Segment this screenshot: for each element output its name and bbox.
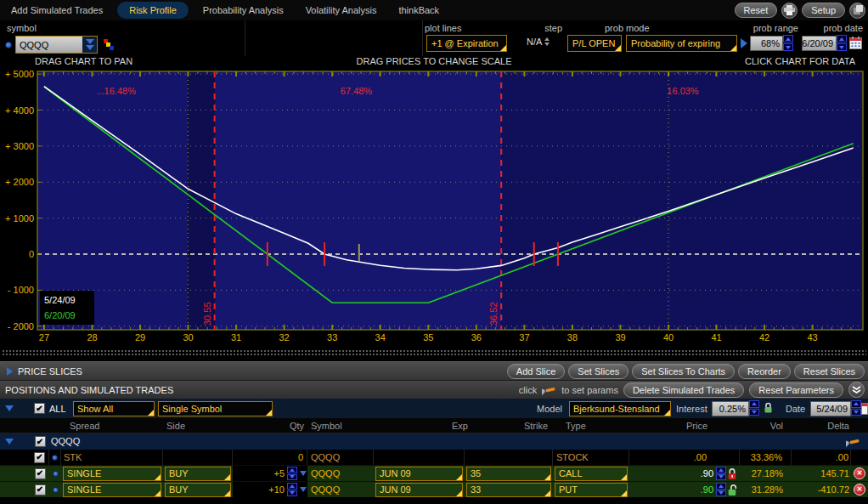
tab-probability-analysis[interactable]: Probability Analysis: [192, 2, 295, 19]
print-button[interactable]: [781, 3, 798, 19]
add-slice-button[interactable]: Add Slice: [507, 364, 565, 379]
delete-row-button[interactable]: ✕: [854, 484, 865, 496]
arrow-up-icon: [290, 484, 295, 488]
prob-range-field[interactable]: 68%: [750, 36, 783, 51]
calendar-icon[interactable]: [849, 37, 862, 49]
qty-value: 0: [298, 452, 303, 462]
risk-profile-window: Add Simulated Trades Risk Profile Probab…: [0, 0, 868, 504]
tab-volatility-analysis[interactable]: Volatility Analysis: [295, 2, 388, 19]
strike-dropdown[interactable]: 33: [466, 483, 551, 497]
interest-label: Interest: [676, 404, 707, 414]
col-strike[interactable]: Strike: [476, 421, 548, 431]
prob-region: [501, 71, 863, 330]
group-symbol: QQQQ: [51, 436, 80, 446]
col-vol[interactable]: Vol: [730, 421, 783, 431]
spread-dropdown[interactable]: SINGLE: [63, 483, 161, 497]
collapse-all-button[interactable]: [848, 382, 865, 398]
collapse-down-icon[interactable]: [5, 439, 14, 445]
exp-dropdown[interactable]: JUN 09: [375, 467, 463, 481]
col-delta[interactable]: Delta: [790, 421, 849, 431]
prob-date-field[interactable]: 6/20/09: [802, 36, 837, 51]
set-slices-button[interactable]: Set Slices: [568, 364, 628, 379]
reset-parameters-button[interactable]: Reset Parameters: [749, 382, 843, 398]
step-control[interactable]: N/A: [527, 37, 550, 47]
col-qty[interactable]: Qty: [233, 421, 304, 431]
expand-right-icon[interactable]: [7, 367, 13, 376]
qty-spinner[interactable]: [287, 483, 297, 496]
price-spinner[interactable]: [716, 483, 726, 496]
price-value[interactable]: .90: [701, 484, 713, 495]
price-value[interactable]: .90: [701, 468, 713, 479]
symbol-dropdown-button[interactable]: [82, 37, 97, 53]
row-checkbox[interactable]: ✔: [35, 484, 46, 496]
qty-spinner[interactable]: [287, 467, 297, 480]
qty-dropdown-button[interactable]: [298, 469, 307, 479]
col-spread[interactable]: Spread: [70, 421, 99, 431]
symbol-mode-dropdown[interactable]: Single Symbol: [158, 401, 273, 416]
set-slices-to-charts-button[interactable]: Set Slices To Charts: [632, 364, 735, 379]
reset-button[interactable]: Reset: [735, 3, 778, 18]
risk-profile-chart[interactable]: 30.5536.52...16.48%67.48%16.03%+ 5000+ 4…: [0, 68, 868, 344]
exp-dropdown[interactable]: JUN 09: [375, 483, 463, 497]
prob-mode-dropdown[interactable]: Probability of expiring: [626, 35, 737, 52]
col-exp[interactable]: Exp: [391, 421, 468, 431]
reorder-button[interactable]: Reorder: [738, 364, 791, 379]
calendar-icon[interactable]: [861, 402, 868, 415]
date-field[interactable]: 5/24/09: [810, 401, 851, 416]
y-axis-label: + 2000: [5, 177, 34, 187]
wrench-icon[interactable]: [846, 437, 860, 447]
prob-range-label: prob range: [727, 23, 798, 33]
col-price[interactable]: Price: [628, 421, 707, 431]
tab-risk-profile[interactable]: Risk Profile: [117, 2, 189, 19]
delete-row-button[interactable]: ✕: [854, 467, 865, 479]
col-side[interactable]: Side: [166, 421, 185, 431]
strike-dropdown[interactable]: 35: [466, 467, 551, 481]
qty-dropdown-button[interactable]: [298, 485, 307, 495]
pl-mode-dropdown[interactable]: P/L OPEN: [567, 35, 622, 52]
stock-position-row[interactable]: ✔ STK 0 QQQQ STOCK .00 33.36% .00: [0, 450, 868, 465]
reset-slices-button[interactable]: Reset Slices: [794, 364, 865, 379]
setup-button[interactable]: Setup: [802, 3, 845, 18]
option-position-row[interactable]: ✔ SINGLE BUY +5 QQQQ JUN 09 35 CALL .90 …: [0, 465, 868, 481]
price-lock-open-icon[interactable]: [727, 484, 737, 496]
show-filter-dropdown[interactable]: Show All: [73, 401, 155, 416]
step-stepper[interactable]: [544, 37, 550, 46]
interest-field[interactable]: 0.25%: [712, 401, 749, 416]
prob-range-spinner[interactable]: [783, 35, 793, 51]
chart-splitter-handle[interactable]: [0, 344, 868, 361]
symbol-group-row[interactable]: ✔ QQQQ: [0, 433, 868, 450]
delete-simulated-trades-button[interactable]: Delete Simulated Trades: [623, 382, 744, 398]
interest-spinner[interactable]: [749, 400, 759, 416]
symbol-label: symbol: [7, 23, 37, 33]
link-group-icon[interactable]: [103, 39, 115, 51]
qty-value[interactable]: +10: [268, 484, 285, 495]
qty-value[interactable]: +5: [273, 468, 285, 479]
all-checkbox[interactable]: ✔: [34, 403, 45, 414]
row-checkbox[interactable]: ✔: [35, 468, 46, 479]
side-dropdown[interactable]: BUY: [165, 483, 231, 497]
symbol-value: QQQQ: [311, 468, 340, 479]
detach-button[interactable]: [849, 3, 865, 19]
type-dropdown[interactable]: CALL: [555, 467, 628, 481]
model-dropdown[interactable]: Bjerksund-Stensland: [569, 401, 671, 416]
col-symbol[interactable]: Symbol: [311, 421, 342, 431]
option-position-row[interactable]: ✔ SINGLE BUY +10 QQQQ JUN 09 33 PUT .90 …: [0, 481, 868, 497]
collapse-down-icon[interactable]: [5, 405, 14, 411]
interest-lock-icon[interactable]: [764, 402, 773, 414]
plot-lines-dropdown[interactable]: +1 @ Expiration: [426, 35, 507, 52]
expand-play-icon[interactable]: [741, 38, 747, 48]
spread-dropdown[interactable]: SINGLE: [63, 467, 161, 481]
col-type[interactable]: Type: [566, 421, 586, 431]
symbol-input[interactable]: QQQQ: [16, 37, 82, 53]
date-spinner[interactable]: [851, 400, 861, 416]
price-spinner[interactable]: [716, 467, 726, 480]
side-dropdown[interactable]: BUY: [165, 467, 231, 481]
group-checkbox[interactable]: ✔: [35, 436, 46, 447]
type-dropdown[interactable]: PUT: [555, 483, 628, 497]
click-hint-prefix: click: [519, 385, 537, 395]
row-checkbox[interactable]: ✔: [34, 452, 45, 463]
prob-date-spinner[interactable]: [837, 35, 847, 51]
tab-thinkback[interactable]: thinkBack: [387, 2, 450, 19]
tab-add-simulated-trades[interactable]: Add Simulated Trades: [0, 2, 114, 19]
price-lock-locked-icon[interactable]: [727, 467, 737, 480]
